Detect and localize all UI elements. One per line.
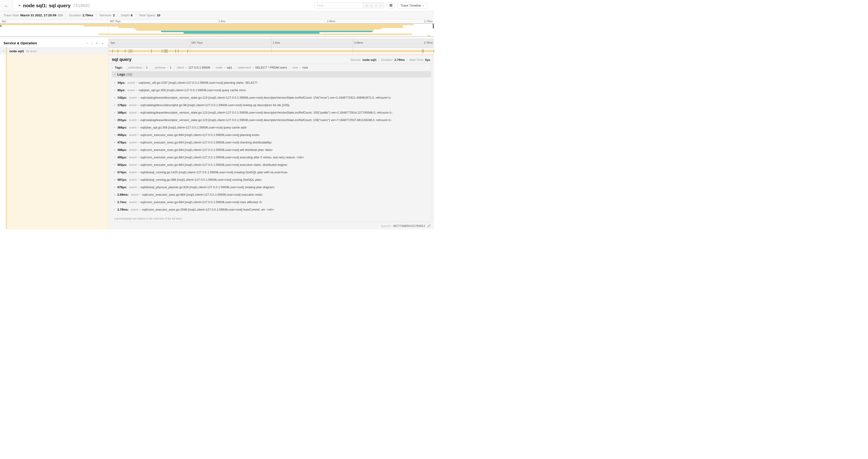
find-input[interactable] (315, 3, 363, 8)
keyboard-shortcuts-button[interactable]: ⌘ (387, 2, 395, 9)
column-resizer-grip[interactable] (107, 44, 108, 46)
log-timestamp: 502μs: (117, 163, 127, 167)
log-field-value: ‹sql/conn_executor_exec.go:684 [nsql1,cl… (142, 193, 263, 196)
expand-one-icon[interactable]: › (92, 41, 93, 45)
clear-find-icon[interactable]: × (380, 4, 381, 7)
chevron-right-icon: › (114, 193, 115, 196)
trace-title-group[interactable]: › node sql1: sql query 7418682 (19, 3, 90, 8)
span-detail-footer: SpanID: 4877749850101760812 (109, 222, 434, 230)
tag-value: 127.0.0.1:59936 (188, 66, 210, 69)
summary-value: March 31 2022, 17:25:09 (20, 13, 56, 17)
tag-value: SELECT * FROM users (255, 66, 287, 69)
span-detail-panel: sql query Service:node sql1Duration:2.79… (109, 54, 434, 230)
minimap-tick-label: 2.09ms (327, 20, 335, 23)
tags-row[interactable]: › Tags: _unfinished=1_verbose=1client=12… (109, 64, 434, 71)
span-operation-name: sql query (26, 50, 37, 53)
log-row[interactable]: ›2.69ms:event=‹sql/conn_executor_exec.go… (112, 191, 431, 198)
log-event-tick (132, 49, 132, 53)
log-row[interactable]: ›502μs:event=‹sql/conn_executor_exec.go:… (112, 161, 431, 168)
summary-value: 10 (157, 13, 160, 17)
span-bar-track[interactable] (109, 48, 434, 54)
equals-sign: = (137, 148, 139, 151)
equals-sign: = (139, 193, 141, 196)
main-area: sql query Service:node sql1Duration:2.79… (0, 54, 434, 230)
equals-sign: = (252, 66, 254, 69)
log-field-key: event (129, 186, 136, 189)
tag-value: 1 (146, 66, 148, 69)
log-field-value: ‹sql/catalog/lease/descriptor_version_st… (140, 111, 392, 114)
log-field-value: ‹sql/conn_executor_exec.go:684 [nsql1,cl… (140, 163, 287, 167)
span-id-label: SpanID: (381, 224, 392, 228)
prev-match-icon[interactable]: ∧ (371, 4, 373, 7)
tag-key: node (216, 66, 222, 69)
log-field-value: ‹sql/conn_executor_exec.go:2046 [nsql1,c… (142, 208, 274, 211)
log-row[interactable]: ›142μs:event=‹sql/catalog/lease/descript… (112, 94, 431, 101)
summary-value: 6 (131, 13, 133, 17)
expand-all-icon[interactable]: » (101, 41, 103, 45)
tag-item: client=127.0.0.1:59936 (174, 66, 213, 69)
span-detail-meta: Service:node sql1Duration:2.79msStart Ti… (350, 58, 430, 62)
log-row[interactable]: ›2.79ms:event=‹sql/conn_executor_exec.go… (112, 206, 431, 213)
log-row[interactable]: ›189μs:event=‹sql/catalog/lease/descript… (112, 109, 431, 116)
summary-label: Total Spans (139, 13, 155, 17)
log-field-key: event (129, 156, 136, 159)
log-row[interactable]: ›176μs:event=‹sql/catalog/descs/descript… (112, 101, 431, 109)
summary-item: Services2 (96, 13, 118, 17)
log-row[interactable]: ›574μs:event=‹sql/distsql_running.go:142… (112, 168, 431, 176)
log-row[interactable]: ›486μs:event=‹sql/conn_executor_exec.go:… (112, 146, 431, 154)
match-locate-icon[interactable]: ◎ (365, 4, 368, 7)
deep-link-icon[interactable] (427, 224, 431, 228)
log-event-tick (125, 49, 125, 53)
log-row[interactable]: ›476μs:event=‹sql/conn_executor_exec.go:… (112, 138, 431, 146)
logs-header[interactable]: › Logs (18) (112, 71, 431, 77)
log-event-tick (178, 49, 178, 53)
minimap-tick-label: 697.75μs (110, 20, 120, 23)
log-row[interactable]: ›597μs:event=‹sql/distsql_running.go:498… (112, 176, 431, 183)
minimap-gap (0, 37, 434, 38)
log-row[interactable]: ›34μs:event=‹sql/exec_util.go:2297 [nsql… (112, 79, 431, 86)
equals-sign: = (137, 171, 139, 173)
summary-item: Trace StartMarch 31 2022, 17:25:09.326 (0, 13, 66, 17)
equals-sign: = (137, 104, 139, 106)
summary-item: Duration2.79ms (66, 13, 96, 17)
chevron-right-icon: › (114, 81, 115, 84)
log-row[interactable]: ›201μs:event=‹sql/catalog/lease/descript… (112, 116, 431, 124)
summary-label: Services (99, 13, 112, 17)
tag-key: _verbose (153, 66, 165, 69)
tag-item: node=sql1 (213, 66, 235, 69)
log-timestamp: 201μs: (117, 118, 127, 122)
log-field-key: event (129, 118, 136, 122)
span-row-label[interactable]: › node sql1 sql query (0, 48, 109, 54)
log-row[interactable]: ›366μs:event=‹sql/plan_opt.go:358 [nsql1… (112, 124, 431, 131)
log-field-key: event (129, 170, 136, 174)
chevron-right-icon: › (114, 141, 115, 144)
log-field-key: event (129, 133, 136, 137)
log-row[interactable]: ›2.7ms:event=‹sql/conn_executor_exec.go:… (112, 198, 431, 206)
log-field-key: event (129, 141, 136, 144)
collapse-all-icon[interactable]: » (95, 42, 99, 44)
equals-sign: = (143, 66, 145, 69)
next-match-icon[interactable]: ∨ (375, 4, 377, 7)
grid-line (190, 48, 190, 54)
minimap-canvas[interactable] (0, 23, 434, 37)
log-field-key: event (129, 148, 136, 152)
log-row[interactable]: ›678μs:event=‹sql/distsql_physical_plann… (112, 183, 431, 191)
log-event-tick (164, 49, 164, 53)
chevron-right-icon: › (114, 103, 115, 107)
log-row[interactable]: ›80μs:event=‹sql/plan_opt.go:358 [nsql1,… (112, 86, 431, 94)
log-field-key: event (129, 200, 136, 204)
view-selector-button[interactable]: Trace Timeline ∨ (398, 2, 427, 9)
log-timestamp: 2.69ms: (117, 193, 129, 196)
log-timestamp: 366μs: (117, 126, 127, 129)
log-timestamp: 459μs: (117, 133, 127, 137)
find-tools: ◎ ∧ ∨ × (363, 3, 384, 8)
collapse-one-icon[interactable]: › (86, 42, 89, 44)
find-group: ◎ ∧ ∨ × (314, 3, 384, 8)
minimap-right-scrubber[interactable] (433, 24, 434, 28)
back-button[interactable]: ← (0, 0, 13, 11)
log-row[interactable]: ›459μs:event=‹sql/conn_executor_exec.go:… (112, 131, 431, 138)
chevron-right-icon: › (114, 200, 115, 204)
equals-sign: = (300, 66, 301, 69)
log-row[interactable]: ›495μs:event=‹sql/conn_executor_exec.go:… (112, 154, 431, 161)
log-timestamp: 142μs: (117, 96, 127, 99)
